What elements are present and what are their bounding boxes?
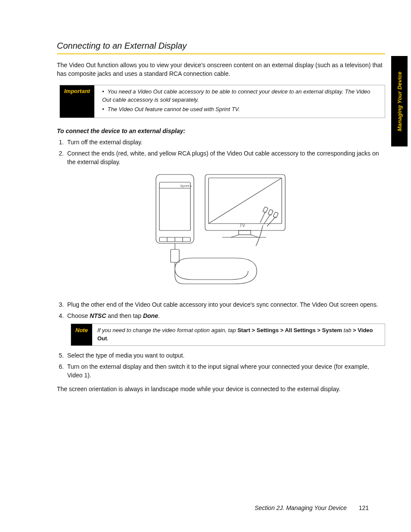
svg-line-12: [231, 235, 239, 237]
note-path: System: [322, 327, 342, 333]
step-5: Select the type of media you want to out…: [65, 351, 385, 360]
note-callout: Note If you need to change the video for…: [71, 324, 385, 346]
important-callout: Important You need a Video Out cable acc…: [59, 85, 385, 118]
intro-paragraph: The Video Out function allows you to vie…: [57, 61, 385, 78]
svg-rect-1: [159, 182, 190, 230]
steps-heading: To connect the device to an external dis…: [57, 128, 385, 134]
note-path: Start: [237, 327, 250, 333]
svg-line-9: [209, 178, 282, 224]
step-4: Choose NTSC and then tap Done. Note If y…: [65, 311, 385, 346]
note-path: All Settings: [285, 327, 316, 333]
svg-line-13: [251, 235, 258, 237]
closing-paragraph: The screen orientation is always in land…: [57, 385, 385, 394]
note-label: Note: [71, 324, 92, 345]
step-1: Turn off the external display.: [65, 138, 385, 146]
svg-line-15: [260, 212, 265, 223]
step4-ntsc: NTSC: [90, 312, 106, 319]
step-3: Plug the other end of the Video Out cabl…: [65, 300, 385, 309]
steps-list-cont: Plug the other end of the Video Out cabl…: [57, 300, 385, 380]
important-body: You need a Video Out cable accessory to …: [94, 85, 385, 118]
svg-rect-20: [273, 212, 278, 218]
step4-text: and then tap: [106, 312, 143, 319]
step4-done: Done: [143, 312, 158, 319]
important-bullet: You need a Video Out cable accessory to …: [102, 88, 379, 104]
important-label: Important: [60, 85, 94, 118]
steps-list: Turn off the external display. Connect t…: [57, 138, 385, 167]
section-title: Connecting to an External Display: [57, 41, 385, 51]
step4-text: .: [158, 312, 160, 319]
important-bullet: The Video Out feature cannot be used wit…: [102, 106, 379, 114]
step-2: Connect the ends (red, white, and yellow…: [65, 149, 385, 167]
svg-rect-14: [171, 249, 179, 262]
svg-line-17: [264, 214, 271, 224]
svg-line-19: [267, 217, 276, 226]
figure-sprint-label: Sprint ▸: [180, 184, 192, 188]
note-body: If you need to change the video format o…: [92, 324, 385, 345]
svg-rect-10: [239, 230, 251, 235]
figure-tv-label: TV: [240, 223, 245, 228]
page-content: Connecting to an External Display The Vi…: [0, 0, 411, 532]
page-number: 121: [359, 504, 369, 511]
note-prefix: If you need to change the video format o…: [97, 327, 237, 333]
step-6: Turn on the external display and then sw…: [65, 362, 385, 380]
title-rule: [57, 53, 385, 54]
connection-figure: Sprint ▸ TV: [154, 173, 288, 293]
step4-text: Choose: [67, 312, 90, 319]
footer-section: Section 2J. Managing Your Device: [255, 504, 347, 511]
svg-rect-7: [205, 174, 285, 230]
page-footer: Section 2J. Managing Your Device 121: [255, 504, 369, 511]
note-path: Settings: [257, 327, 279, 333]
